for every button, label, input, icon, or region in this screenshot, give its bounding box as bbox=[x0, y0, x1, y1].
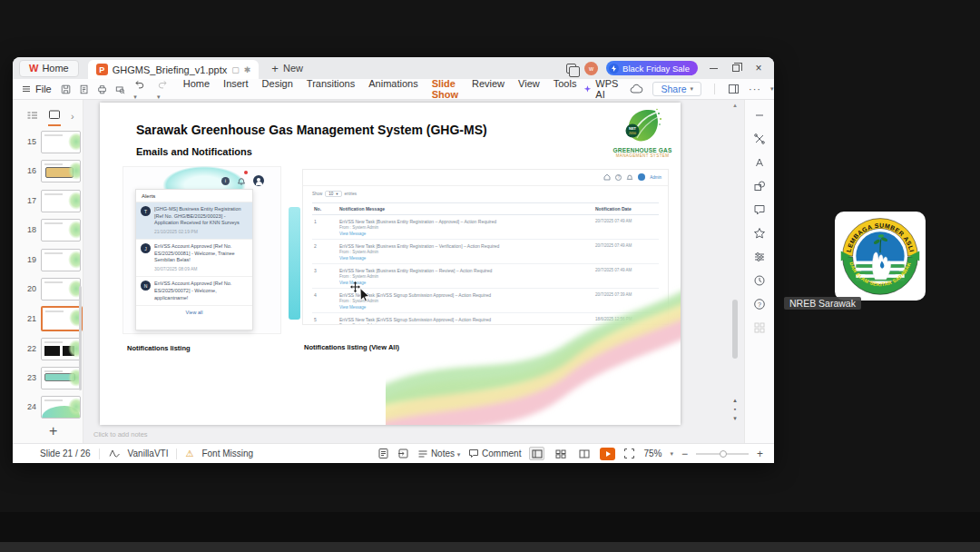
slideshow-play-button[interactable] bbox=[600, 448, 615, 460]
menu-review[interactable]: Review bbox=[472, 75, 505, 104]
zoom-slider[interactable] bbox=[696, 453, 749, 455]
notes-toggle[interactable]: Notes ▾ bbox=[417, 448, 460, 458]
window-stack-icon[interactable] bbox=[566, 64, 576, 74]
font-tools-icon[interactable] bbox=[753, 156, 766, 169]
page-size-select[interactable]: 10▾ bbox=[325, 191, 341, 197]
wps-presentation-window: W Home P GHGMS_Briefing_v1.pptx ▢ ✱ + Ne… bbox=[13, 57, 774, 463]
history-clock-icon[interactable] bbox=[753, 274, 766, 287]
zoom-in-button[interactable]: + bbox=[757, 448, 763, 460]
view-message-link[interactable]: View Message bbox=[339, 256, 595, 261]
file-menu[interactable]: File bbox=[21, 84, 52, 94]
collapse-ribbon-icon[interactable]: ▾ bbox=[770, 85, 774, 93]
help-icon[interactable]: ? bbox=[753, 298, 766, 310]
menu-transitions[interactable]: Transitions bbox=[307, 75, 355, 104]
spellcheck-language[interactable]: VanillaVTI bbox=[128, 448, 169, 458]
alert-item[interactable]: N EnVSS Account Approved [Ref No. ES/202… bbox=[136, 277, 252, 306]
redo-button[interactable]: ▾ bbox=[157, 77, 172, 101]
comment-pane-icon[interactable] bbox=[753, 203, 766, 216]
alert-date: 21/10/2025 02:19 PM bbox=[154, 229, 248, 235]
home-tab[interactable]: W Home bbox=[19, 60, 79, 77]
wps-logo-icon: W bbox=[29, 63, 38, 74]
zoom-slider-handle[interactable] bbox=[720, 450, 727, 458]
scrollbar-thumb[interactable] bbox=[732, 300, 738, 359]
task-pane-icon[interactable] bbox=[377, 448, 389, 459]
redo-caret[interactable]: ▾ bbox=[157, 94, 161, 100]
alert-item[interactable]: T [GHG-MS] Business Entity Registration … bbox=[136, 202, 252, 240]
slide-view-icon[interactable] bbox=[48, 106, 61, 126]
slide-thumbnail[interactable] bbox=[41, 249, 81, 271]
notes-placeholder[interactable]: Click to add notes bbox=[93, 430, 148, 439]
zoom-level[interactable]: 75% bbox=[643, 448, 662, 458]
new-tab-button[interactable]: + New bbox=[271, 62, 303, 75]
black-friday-sale-button[interactable]: Black Friday Sale bbox=[606, 61, 698, 75]
zoom-caret[interactable]: ▾ bbox=[670, 450, 673, 458]
layout-switch-icon[interactable] bbox=[728, 84, 740, 94]
fit-screen-icon[interactable] bbox=[623, 448, 635, 459]
wps-ai-button[interactable]: WPS AI bbox=[583, 78, 621, 100]
slide-nav-buttons[interactable]: ▴▪▾ bbox=[730, 396, 740, 423]
lightning-icon bbox=[609, 64, 619, 74]
view-message-link[interactable]: View Message bbox=[339, 305, 595, 310]
apps-grid-icon[interactable] bbox=[753, 321, 766, 334]
slide-thumbnail[interactable] bbox=[41, 367, 81, 389]
slide-thumbnail[interactable] bbox=[41, 278, 81, 301]
menu-design[interactable]: Design bbox=[262, 75, 293, 104]
scroll-up-arrow[interactable]: ▴ bbox=[730, 102, 740, 109]
slide-sorter-view-button[interactable] bbox=[553, 447, 568, 460]
alert-item[interactable]: J EnVSS Account Approved [Ref No. ES/202… bbox=[136, 240, 252, 277]
slide-thumbnail[interactable] bbox=[41, 190, 81, 212]
slide-21[interactable]: Sarawak Greenhouse Gas Management System… bbox=[100, 103, 681, 425]
minimize-button[interactable] bbox=[706, 62, 720, 74]
slide-thumbnail[interactable] bbox=[41, 160, 81, 182]
row-message: EnVSS New Task [Business Entity Registra… bbox=[339, 219, 595, 236]
vertical-scrollbar[interactable]: ▴ ▴▪▾ bbox=[730, 100, 740, 443]
slide-canvas[interactable]: Sarawak Greenhouse Gas Management System… bbox=[83, 100, 744, 443]
undo-button[interactable]: ▾ bbox=[133, 77, 149, 101]
font-missing-warning[interactable]: Font Missing bbox=[201, 448, 253, 458]
handout-icon[interactable] bbox=[397, 448, 409, 459]
slide-thumbnail[interactable] bbox=[41, 338, 81, 360]
collapse-panel-icon[interactable]: › bbox=[71, 111, 74, 122]
settings-sliders-icon[interactable] bbox=[753, 251, 766, 263]
slide-thumbnail-selected[interactable] bbox=[41, 306, 83, 331]
view-message-link[interactable]: View Message bbox=[339, 281, 595, 285]
print-preview-icon[interactable] bbox=[115, 84, 125, 95]
menu-tools[interactable]: Tools bbox=[554, 75, 577, 104]
menu-slide-show[interactable]: Slide Show bbox=[432, 75, 458, 104]
save-icon[interactable] bbox=[61, 84, 71, 95]
menu-insert[interactable]: Insert bbox=[223, 75, 249, 104]
close-button[interactable]: × bbox=[751, 62, 766, 74]
menu-home[interactable]: Home bbox=[183, 75, 210, 104]
reading-view-button[interactable] bbox=[576, 447, 592, 460]
share-button[interactable]: Share ▾ bbox=[652, 82, 701, 96]
row-from: From : System Admin bbox=[339, 250, 595, 254]
add-slide-button[interactable]: + bbox=[49, 423, 57, 439]
alert-text: [GHG-MS] Business Entity Registration [R… bbox=[154, 206, 248, 235]
export-pdf-icon[interactable] bbox=[79, 84, 89, 95]
more-options-icon[interactable]: ··· bbox=[749, 84, 761, 94]
slide-thumbnail[interactable] bbox=[41, 396, 81, 419]
view-message-link[interactable]: View Message bbox=[339, 232, 595, 236]
menu-view[interactable]: View bbox=[518, 75, 540, 104]
print-icon[interactable] bbox=[97, 84, 107, 95]
panel-scrollbar[interactable] bbox=[79, 286, 82, 390]
star-icon[interactable] bbox=[753, 227, 766, 240]
zoom-out-button[interactable]: − bbox=[681, 448, 688, 460]
tab-modified-icon[interactable]: ✱ bbox=[244, 65, 251, 74]
participant-video-tile[interactable]: LEMBAGA SUMBER ASLI DAN ALAM SEKITAR SAR… bbox=[835, 212, 926, 301]
restore-button[interactable] bbox=[729, 62, 743, 74]
collapse-pane-icon[interactable] bbox=[753, 109, 766, 122]
quick-tools-icon[interactable] bbox=[753, 133, 766, 145]
account-avatar[interactable]: w bbox=[584, 62, 598, 75]
slide-thumbnail[interactable] bbox=[41, 219, 81, 242]
menu-animations[interactable]: Animations bbox=[368, 75, 417, 104]
undo-caret[interactable]: ▾ bbox=[133, 94, 137, 100]
normal-view-button[interactable] bbox=[529, 447, 544, 460]
cloud-sync-icon[interactable] bbox=[630, 84, 643, 94]
comment-button[interactable]: Comment bbox=[468, 448, 521, 459]
outline-view-icon[interactable] bbox=[26, 111, 38, 122]
view-all-link[interactable]: View all bbox=[136, 306, 252, 319]
slide-thumbnail[interactable] bbox=[41, 131, 81, 153]
spellcheck-icon[interactable] bbox=[108, 448, 120, 459]
shapes-icon[interactable] bbox=[753, 180, 766, 192]
